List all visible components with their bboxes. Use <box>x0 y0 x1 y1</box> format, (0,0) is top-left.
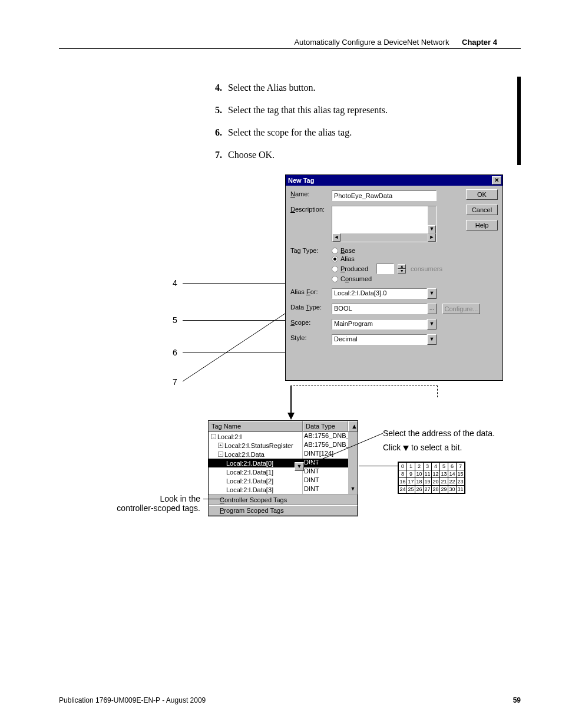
scope-combo[interactable]: MainProgram ▼ <box>332 319 437 330</box>
scope-label: Scope: <box>290 319 332 326</box>
connector-dashed <box>290 386 438 397</box>
page-footer: Publication 1769-UM009E-EN-P - August 20… <box>59 696 521 704</box>
tag-browser-body[interactable]: -Local:2:IAB:1756_DNB_S.. +Local:2:I.Sta… <box>209 432 358 494</box>
name-field[interactable] <box>332 190 437 201</box>
aliasfor-label: Alias For: <box>290 288 332 295</box>
publication-id: Publication 1769-UM009E-EN-P - August 20… <box>59 696 206 704</box>
help-button[interactable]: Help <box>466 220 498 230</box>
style-combo[interactable]: Decimal ▼ <box>332 334 437 345</box>
margin-bar <box>517 77 521 165</box>
scroll-right-icon[interactable]: ► <box>428 233 436 242</box>
controller-scoped-button[interactable]: Controller Scoped Tags <box>209 495 358 505</box>
callout-line-5 <box>183 320 292 321</box>
new-tag-dialog: New Tag ✕ OK Cancel Help Name: Descripti… <box>285 174 503 381</box>
instruction-steps: 4.Select the Alias button. 5.Select the … <box>215 83 388 172</box>
name-label: Name: <box>290 190 332 197</box>
bit-selector-grid[interactable]: 01234567 89101112131415 1617181920212223… <box>398 462 465 494</box>
radio-consumed[interactable]: Consumed <box>332 275 442 282</box>
page-number: 59 <box>513 696 521 704</box>
table-row[interactable]: Local:2:I.Data[2]DINT <box>209 476 358 485</box>
program-scoped-button[interactable]: Program Scoped Tags <box>209 505 358 516</box>
step-4: 4.Select the Alias button. <box>215 83 388 93</box>
spinner-down-icon: ▼ <box>398 269 406 274</box>
annot-look: Look in the controller-scoped tags. <box>112 494 200 513</box>
header-chapter: Chapter 4 <box>462 38 497 47</box>
arrow-down-icon <box>287 413 295 420</box>
scroll-down-icon[interactable]: ▼ <box>348 485 358 494</box>
leader-look <box>203 499 224 499</box>
scroll-down-icon[interactable]: ▼ <box>428 225 436 233</box>
chevron-down-icon[interactable]: ▼ <box>295 462 304 471</box>
annot-select-addr: Select the address of the data. <box>383 429 495 438</box>
radio-produced[interactable]: Produced ▲▼ consumers <box>332 263 442 274</box>
callout-line-4 <box>183 283 292 284</box>
step-7: 7.Choose OK. <box>215 150 388 160</box>
tree-expand-icon[interactable]: + <box>218 443 223 448</box>
header-rule <box>59 48 521 49</box>
chevron-down-icon[interactable]: ▼ <box>427 319 437 330</box>
aliasfor-combo[interactable]: Local:2:I.Data[3].0 ▼ <box>332 288 437 299</box>
leader-bitgrid <box>359 466 398 466</box>
tagtype-label: Tag Type: <box>290 247 332 254</box>
table-row-selected[interactable]: Local:2:I.Data[0]DINT <box>209 459 358 467</box>
callout-7: 7 <box>173 377 177 387</box>
table-row[interactable]: Local:2:I.Data[1]DINT <box>209 467 358 476</box>
tree-collapse-icon[interactable]: - <box>211 434 216 439</box>
ellipsis-icon[interactable]: … <box>427 304 437 314</box>
description-field[interactable]: ▼ ◄► <box>332 206 437 242</box>
scroll-up-icon[interactable]: ▲ <box>348 421 358 431</box>
col-datatype[interactable]: Data Type <box>303 421 348 431</box>
radio-base[interactable]: Base <box>332 247 442 254</box>
step-5: 5.Select the tag that this alias tag rep… <box>215 105 388 116</box>
callout-6: 6 <box>173 348 177 357</box>
datatype-combo[interactable]: BOOL … <box>332 304 437 314</box>
step-6: 6.Select the scope for the alias tag. <box>215 127 388 138</box>
radio-alias[interactable]: Alias <box>332 255 442 262</box>
annot-click-bit: Click to select a bit. <box>383 443 462 452</box>
style-label: Style: <box>290 334 332 341</box>
datatype-label: Data Type: <box>290 304 332 311</box>
callout-5: 5 <box>173 315 177 325</box>
page-header: Automatically Configure a DeviceNet Netw… <box>294 38 497 47</box>
chevron-down-icon[interactable]: ▼ <box>427 288 437 299</box>
triangle-down-icon <box>403 446 409 451</box>
close-icon[interactable]: ✕ <box>492 176 501 185</box>
cancel-button[interactable]: Cancel <box>466 205 498 215</box>
description-label: Description: <box>290 206 332 213</box>
connector-stem <box>290 386 292 414</box>
callout-4: 4 <box>173 278 177 288</box>
dialog-title: New Tag <box>288 177 314 184</box>
callout-line-6 <box>183 353 292 353</box>
scroll-left-icon[interactable]: ◄ <box>332 233 340 242</box>
table-row[interactable]: Local:2:I.Data[3]DINT▼ <box>209 485 358 494</box>
tag-browser: Tag Name Data Type ▲ -Local:2:IAB:1756_D… <box>208 420 358 516</box>
col-tagname[interactable]: Tag Name <box>209 421 303 431</box>
header-section: Automatically Configure a DeviceNet Netw… <box>294 38 449 47</box>
tree-collapse-icon[interactable]: - <box>218 452 223 457</box>
dialog-titlebar[interactable]: New Tag ✕ <box>286 175 503 186</box>
spinner-up-icon: ▲ <box>398 264 406 269</box>
ok-button[interactable]: OK <box>466 189 498 200</box>
chevron-down-icon[interactable]: ▼ <box>427 334 437 345</box>
configure-button: Configure... <box>442 304 480 314</box>
